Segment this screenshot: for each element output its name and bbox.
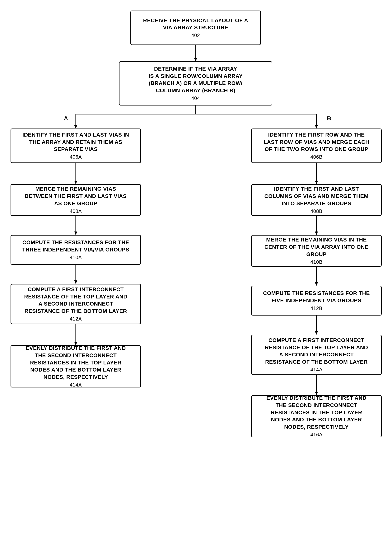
box-ref-b414a: 414A <box>70 381 82 388</box>
box-ref-b408a: 408A <box>70 208 82 215</box>
box-label-b408a: MERGE THE REMAINING VIASBETWEEN THE FIRS… <box>25 185 126 207</box>
box-label-b414b: COMPUTE A FIRST INTERCONNECTRESISTANCE O… <box>265 337 368 365</box>
svg-marker-5 <box>74 125 77 128</box>
box-label-b410a: COMPUTE THE RESISTANCES FOR THETHREE IND… <box>22 239 129 253</box>
box-b414a: EVENLY DISTRIBUTE THE FIRST ANDTHE SECON… <box>10 345 141 388</box>
box-b408a: MERGE THE REMAINING VIASBETWEEN THE FIRS… <box>10 184 141 216</box>
box-b412b: COMPUTE THE RESISTANCES FOR THEFIVE INDE… <box>251 286 382 315</box>
box-ref-b412a: 412A <box>70 315 82 322</box>
svg-marker-10 <box>74 181 77 184</box>
svg-marker-1 <box>194 58 197 61</box>
svg-marker-18 <box>315 181 318 184</box>
box-b410a: COMPUTE THE RESISTANCES FOR THETHREE IND… <box>10 235 141 265</box>
box-label-b402: RECEIVE THE PHYSICAL LAYOUT OF AVIA ARRA… <box>143 17 248 32</box>
box-label-b404: DETERMINE IF THE VIA ARRAYIS A SINGLE RO… <box>149 65 243 94</box>
branch-label-a: A <box>64 115 68 122</box>
svg-marker-24 <box>315 331 318 335</box>
box-ref-b406a: 406A <box>70 154 82 160</box>
box-ref-b410a: 410A <box>70 254 82 261</box>
svg-marker-8 <box>315 125 318 128</box>
box-ref-b406b: 406B <box>311 154 322 160</box>
box-b406b: IDENTIFY THE FIRST ROW AND THELAST ROW O… <box>251 128 382 163</box>
box-label-b406b: IDENTIFY THE FIRST ROW AND THELAST ROW O… <box>263 131 369 153</box>
box-b406a: IDENTIFY THE FIRST AND LAST VIAS INTHE A… <box>10 128 141 163</box>
box-b414b: COMPUTE A FIRST INTERCONNECTRESISTANCE O… <box>251 335 382 375</box>
box-ref-b412b: 412B <box>311 305 322 312</box>
box-b412a: COMPUTE A FIRST INTERCONNECTRESISTANCE O… <box>10 284 141 324</box>
box-ref-b416a: 416A <box>311 431 322 438</box>
box-label-b408b: IDENTIFY THE FIRST AND LASTCOLUMNS OF VI… <box>264 185 369 207</box>
branch-label-b: B <box>327 115 331 122</box>
box-ref-b402: 402 <box>191 32 200 39</box>
box-b410b: MERGE THE REMAINING VIAS IN THECENTER OF… <box>251 235 382 267</box>
box-ref-b408b: 408B <box>311 208 322 215</box>
box-label-b412a: COMPUTE A FIRST INTERCONNECTRESISTANCE O… <box>24 286 127 315</box>
svg-marker-12 <box>74 231 77 235</box>
flowchart: RECEIVE THE PHYSICAL LAYOUT OF AVIA ARRA… <box>0 0 392 534</box>
box-label-b414a: EVENLY DISTRIBUTE THE FIRST ANDTHE SECON… <box>26 345 126 381</box>
box-label-b406a: IDENTIFY THE FIRST AND LAST VIAS INTHE A… <box>23 131 129 153</box>
svg-marker-14 <box>74 281 77 284</box>
box-ref-b410b: 410B <box>311 259 322 266</box>
box-label-b410b: MERGE THE REMAINING VIAS IN THECENTER OF… <box>265 236 369 258</box>
box-ref-b404: 404 <box>191 95 200 102</box>
svg-marker-20 <box>315 231 318 235</box>
box-ref-b414b: 414A <box>311 366 322 373</box>
svg-marker-22 <box>315 282 318 286</box>
box-b404: DETERMINE IF THE VIA ARRAYIS A SINGLE RO… <box>119 61 272 106</box>
box-b408b: IDENTIFY THE FIRST AND LASTCOLUMNS OF VI… <box>251 184 382 216</box>
box-label-b412b: COMPUTE THE RESISTANCES FOR THEFIVE INDE… <box>263 290 370 304</box>
box-b402: RECEIVE THE PHYSICAL LAYOUT OF AVIA ARRA… <box>131 10 261 45</box>
box-label-b416a: EVENLY DISTRIBUTE THE FIRST ANDTHE SECON… <box>266 394 367 431</box>
box-b416a: EVENLY DISTRIBUTE THE FIRST ANDTHE SECON… <box>251 395 382 437</box>
